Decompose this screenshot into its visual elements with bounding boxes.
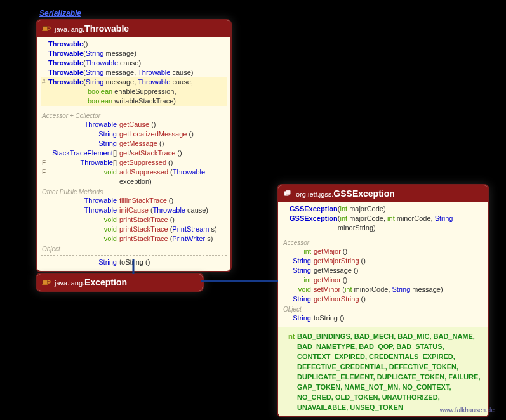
modifier: # (42, 77, 48, 87)
token: () (175, 149, 182, 157)
method-sig: toString () (119, 258, 225, 267)
return-type: String (290, 256, 314, 266)
method-sig: getMessage () (119, 139, 225, 148)
constructor-row: GSSException (int majorCode, int minorCo… (282, 214, 484, 233)
constants-list: BAD_BINDINGS, BAD_MECH, BAD_MIC, BAD_NAM… (297, 331, 483, 412)
token: String (86, 69, 104, 76)
token: Throwable (153, 206, 185, 214)
ctor-name: GSSException (290, 204, 338, 214)
method-sig: getMajorString () (314, 256, 483, 266)
method-sig: printStackTrace (PrintStream s) (119, 225, 225, 234)
token: () (167, 197, 173, 204)
ctor-name-text: Throwable (48, 78, 83, 86)
return-type: String (48, 129, 119, 139)
method-sig: setMinor (int minorCode, String message) (314, 285, 483, 294)
constructor-row: boolean enableSuppression, (41, 87, 227, 96)
token: int (340, 205, 347, 213)
token: String (293, 257, 311, 265)
method-row: FvoidaddSuppressed (Throwable exception) (41, 167, 227, 187)
method-sig: initCause (Throwable cause) (119, 206, 225, 215)
token: Throwable (84, 197, 117, 204)
sugar-cube-icon (283, 190, 292, 197)
method-sig: getMinorString () (314, 294, 483, 304)
token: void (104, 225, 117, 233)
return-type: String (48, 139, 119, 148)
token: void (104, 168, 117, 176)
class-name: Exception (84, 277, 127, 287)
token: ( (168, 168, 173, 176)
token: majorCode, (347, 214, 387, 222)
constructor-row: boolean writableStackTrace) (41, 96, 227, 106)
method-sig: printStackTrace () (119, 215, 225, 225)
return-type: Throwable (48, 206, 119, 215)
section-object-label: Object (282, 304, 484, 313)
svg-rect-2 (43, 280, 48, 284)
svg-rect-5 (286, 190, 290, 195)
token: s) (209, 225, 216, 233)
params: (String message) (83, 49, 225, 58)
token: PrintStream (172, 225, 209, 233)
method-sig: getLocalizedMessage () (119, 129, 225, 139)
class-name: GSSException (333, 188, 394, 199)
token: String (98, 258, 117, 266)
token: minorString) (338, 224, 376, 232)
token: () (166, 159, 173, 166)
token: writableStackTrace) (112, 97, 176, 105)
method-row: voidsetMinor (int minorCode, String mess… (282, 285, 484, 294)
ctor-name: Throwable (48, 77, 83, 87)
divider (282, 325, 484, 325)
token: get (119, 149, 129, 157)
return-type: Throwable[] (48, 158, 119, 167)
token: String (293, 314, 311, 322)
pkg-label: org.ietf.jgss. (296, 190, 333, 198)
method-row: StackTraceElement[]get/setStackTrace () (41, 148, 227, 158)
token: int (340, 214, 347, 222)
method-row: voidprintStackTrace (PrintWriter s) (41, 234, 227, 244)
token: getMinor (314, 276, 341, 284)
token: String (98, 130, 117, 138)
footer-link[interactable]: www.falkhausen.de (440, 407, 495, 414)
return-type: int (290, 247, 314, 256)
return-type: String (48, 258, 119, 267)
svg-point-1 (42, 30, 48, 31)
token: () (341, 247, 347, 255)
token: Throwable (173, 168, 205, 176)
section-other-label: Other Public Methods (41, 187, 227, 196)
token: getSuppressed (119, 159, 166, 166)
token: cause) (118, 59, 141, 67)
params: (String message, Throwable cause, (83, 77, 225, 87)
token: getMessage (314, 266, 352, 274)
params: boolean enableSuppression, (88, 87, 225, 96)
params: (String message, Throwable cause) (83, 68, 225, 77)
token: cause) (185, 206, 208, 214)
svg-point-3 (42, 284, 48, 285)
method-row: StringgetMessage () (282, 266, 484, 275)
method-sig: getSuppressed () (119, 158, 225, 167)
token: message, (103, 78, 138, 86)
ctor-list: GSSException (int majorCode)GSSException… (282, 204, 484, 233)
method-row: voidprintStackTrace () (41, 215, 227, 225)
class-box-exception: java.lang.Exception (36, 273, 204, 292)
token: Throwable (138, 69, 170, 76)
return-type: void (48, 167, 119, 177)
token: String (98, 140, 117, 147)
token: String (435, 214, 453, 222)
method-row: intgetMajor () (282, 247, 484, 256)
return-type: int (290, 275, 314, 285)
divider (41, 255, 227, 256)
token: () (143, 258, 150, 266)
token: minorCode, (395, 214, 435, 222)
token: printStackTrace (119, 216, 168, 223)
return-type: void (48, 234, 119, 244)
object-list: StringtoString () (41, 258, 227, 267)
method-sig: toString () (314, 313, 483, 323)
coffee-cup-icon (42, 279, 51, 286)
constants-block: int BAD_BINDINGS, BAD_MECH, BAD_MIC, BAD… (278, 327, 488, 416)
connector-exception-gssexception (201, 278, 278, 284)
token: fillInStackTrace (119, 197, 167, 204)
token: boolean (88, 88, 112, 95)
constructor-row: Throwable (String message, Throwable cau… (41, 68, 227, 77)
token: PrintWriter (172, 235, 205, 242)
token: void (104, 216, 117, 223)
section-accessor-label: Accessor + Collector (41, 110, 227, 120)
